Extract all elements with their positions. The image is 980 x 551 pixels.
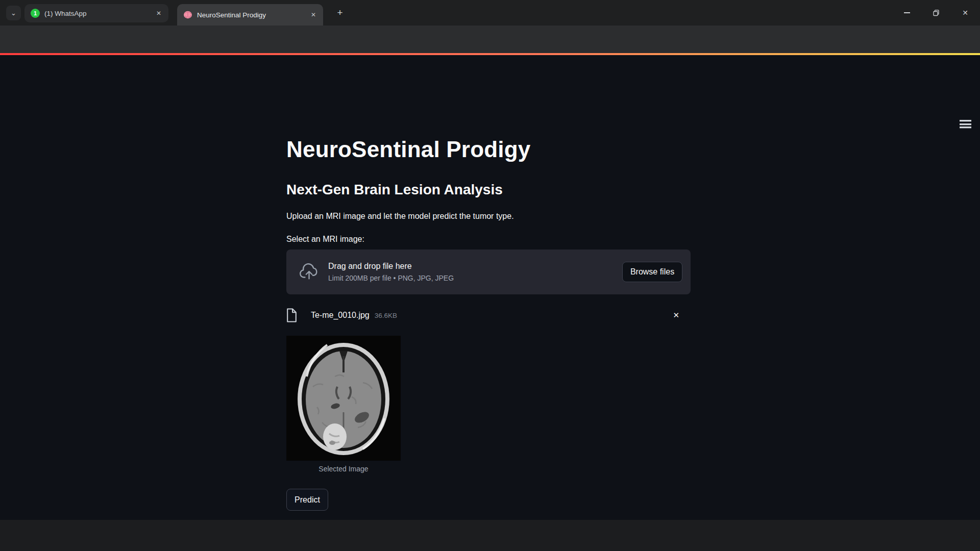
minimize-icon bbox=[904, 12, 910, 13]
window-close-button[interactable]: ✕ bbox=[957, 5, 973, 20]
mri-image bbox=[286, 336, 401, 461]
plus-icon: + bbox=[337, 7, 342, 18]
new-tab-button[interactable]: + bbox=[333, 6, 347, 20]
chevron-down-icon: ⌄ bbox=[11, 9, 16, 17]
page-description: Upload an MRI image and let the model pr… bbox=[286, 212, 514, 221]
remove-file-button[interactable]: ✕ bbox=[673, 311, 679, 320]
dropzone-text: Drag and drop file here bbox=[328, 262, 454, 271]
file-name: Te-me_0010.jpg bbox=[311, 311, 370, 320]
browser-tabstrip: ⌄ 1 (1) WhatsApp ✕ NeuroSentinal Prodigy… bbox=[0, 0, 980, 26]
window-minimize-button[interactable] bbox=[899, 5, 915, 20]
close-icon[interactable]: ✕ bbox=[154, 9, 163, 18]
page-subtitle: Next-Gen Brain Lesion Analysis bbox=[286, 182, 503, 198]
restore-icon bbox=[932, 9, 940, 17]
page-title: NeuroSentinal Prodigy bbox=[286, 137, 531, 162]
tab-title: NeuroSentinal Prodigy bbox=[197, 11, 309, 19]
close-icon[interactable]: ✕ bbox=[309, 10, 318, 19]
hamburger-icon bbox=[960, 120, 971, 121]
windows-taskbar: 30°C Smoke Search N bbox=[0, 520, 980, 551]
file-dropzone[interactable]: Drag and drop file here Limit 200MB per … bbox=[286, 249, 691, 294]
browser-toolbar: localhost:8501 ⋮ bbox=[0, 26, 980, 53]
file-size: 36.6KB bbox=[375, 312, 397, 319]
app-menu-button[interactable] bbox=[960, 120, 971, 130]
hamburger-icon bbox=[960, 123, 971, 125]
tab-whatsapp[interactable]: 1 (1) WhatsApp ✕ bbox=[24, 4, 168, 22]
predict-button[interactable]: Predict bbox=[286, 489, 328, 511]
uploaded-file-row: Te-me_0010.jpg 36.6KB ✕ bbox=[286, 305, 691, 325]
window-restore-button[interactable] bbox=[928, 5, 944, 20]
brain-icon bbox=[183, 10, 192, 19]
image-caption: Selected Image bbox=[286, 465, 401, 473]
select-image-label: Select an MRI image: bbox=[286, 235, 364, 244]
whatsapp-icon: 1 bbox=[31, 9, 40, 18]
hamburger-icon bbox=[960, 127, 971, 128]
browse-files-button[interactable]: Browse files bbox=[622, 262, 682, 282]
dropzone-limit-text: Limit 200MB per file • PNG, JPG, JPEG bbox=[328, 274, 454, 282]
close-icon: ✕ bbox=[962, 9, 968, 17]
cloud-upload-icon bbox=[299, 263, 320, 281]
file-document-icon bbox=[286, 308, 297, 322]
tab-neurosentinal[interactable]: NeuroSentinal Prodigy ✕ bbox=[177, 4, 323, 26]
tab-title: (1) WhatsApp bbox=[44, 10, 154, 17]
streamlit-page: NeuroSentinal Prodigy Next-Gen Brain Les… bbox=[0, 55, 980, 520]
tab-search-button[interactable]: ⌄ bbox=[6, 6, 21, 20]
